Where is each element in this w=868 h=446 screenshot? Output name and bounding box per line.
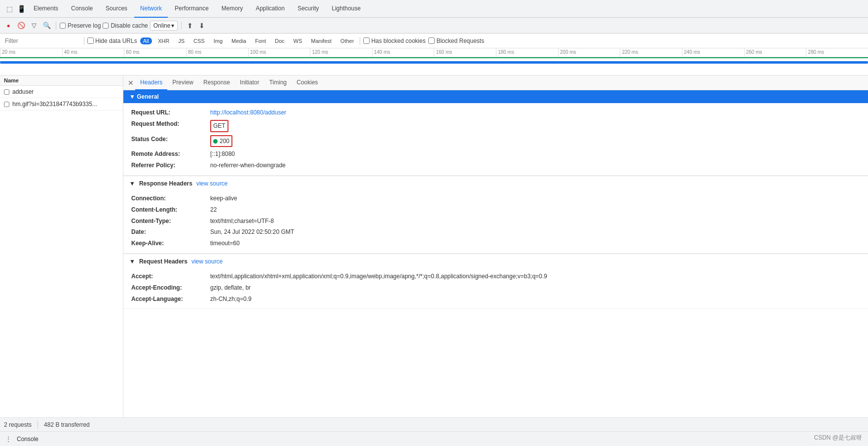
referrer-policy-value: no-referrer-when-downgrade: [210, 161, 286, 170]
tick-260: 260 ms: [744, 48, 806, 57]
resp-connection-row: Connection: keep-alive: [131, 193, 860, 204]
tab-network[interactable]: Network: [134, 0, 168, 18]
response-headers-view-source[interactable]: view source: [196, 180, 227, 187]
request-method-label: Request Method:: [131, 120, 210, 128]
panel-tab-response[interactable]: Response: [198, 75, 235, 90]
throttle-dropdown[interactable]: Online ▾: [150, 21, 178, 31]
filter-tag-js[interactable]: JS: [175, 37, 188, 44]
filter-tag-ws[interactable]: WS: [291, 37, 305, 44]
has-blocked-cookies-checkbox[interactable]: Has blocked cookies: [363, 37, 425, 44]
tab-console[interactable]: Console: [65, 0, 99, 18]
status-code-label: Status Code:: [131, 135, 210, 144]
filter-input[interactable]: [3, 37, 81, 45]
search-icon[interactable]: 🔍: [41, 20, 52, 31]
filter-tag-all[interactable]: All: [140, 37, 152, 44]
request-checkbox-adduser[interactable]: [4, 89, 9, 95]
panel-tab-initiator[interactable]: Initiator: [235, 75, 264, 90]
upload-icon[interactable]: ⬆: [185, 21, 195, 31]
blocked-requests-checkbox[interactable]: Blocked Requests: [428, 37, 484, 44]
disable-cache-input[interactable]: [103, 23, 109, 29]
tick-280: 280 ms: [806, 48, 868, 57]
tick-120: 120 ms: [310, 48, 372, 57]
clear-button[interactable]: 🚫: [16, 20, 27, 31]
resp-content-length-label: Content-Length:: [131, 206, 210, 214]
tab-elements[interactable]: Elements: [28, 0, 64, 18]
hide-data-urls-input[interactable]: [87, 37, 94, 44]
filter-tag-media[interactable]: Media: [228, 37, 249, 44]
has-blocked-cookies-label: Has blocked cookies: [371, 37, 425, 44]
resp-date-label: Date:: [131, 228, 210, 236]
disable-cache-checkbox[interactable]: Disable cache: [103, 22, 148, 29]
timeline-green-line: [0, 57, 868, 58]
timeline: 20 ms 40 ms 60 ms 80 ms 100 ms 120 ms 14…: [0, 48, 868, 75]
filter-tag-font[interactable]: Font: [252, 37, 269, 44]
resp-date-value: Sun, 24 Jul 2022 02:50:20 GMT: [210, 228, 294, 236]
hide-data-urls-checkbox[interactable]: Hide data URLs: [87, 37, 137, 44]
general-section-title: ▼ General: [129, 93, 159, 100]
tick-20: 20 ms: [0, 48, 62, 57]
req-accept-language-value: zh-CN,zh;q=0.9: [210, 295, 252, 303]
throttle-label: Online: [153, 22, 171, 29]
tick-140: 140 ms: [372, 48, 434, 57]
preserve-log-checkbox[interactable]: Preserve log: [60, 22, 101, 29]
record-button[interactable]: ●: [3, 20, 14, 31]
resp-date-row: Date: Sun, 24 Jul 2022 02:50:20 GMT: [131, 226, 860, 238]
tick-40: 40 ms: [62, 48, 124, 57]
request-url-link[interactable]: http://localhost:8080/adduser: [210, 109, 286, 116]
req-accept-row: Accept: text/html,application/xhtml+xml,…: [131, 271, 860, 282]
tab-security[interactable]: Security: [292, 0, 325, 18]
tick-160: 160 ms: [434, 48, 496, 57]
device-icon[interactable]: 📱: [16, 3, 27, 14]
general-section-header[interactable]: ▼ General: [123, 90, 868, 103]
filter-tag-doc[interactable]: Doc: [272, 37, 288, 44]
status-code-highlight: 200: [210, 135, 232, 148]
filter-tag-other[interactable]: Other: [338, 37, 357, 44]
req-accept-language-row: Accept-Language: zh-CN,zh;q=0.9: [131, 294, 860, 305]
watermark: CSDN @是七叔呀: [814, 434, 862, 442]
console-menu-icon[interactable]: ⋮: [4, 435, 13, 444]
request-headers-body: Accept: text/html,application/xhtml+xml,…: [123, 267, 868, 309]
request-checkbox-hm[interactable]: [4, 102, 9, 107]
status-separator: [38, 421, 38, 429]
panel-tab-timing[interactable]: Timing: [264, 75, 292, 90]
separator2: [181, 22, 182, 30]
status-code-value: 200: [220, 138, 229, 145]
tab-lighthouse[interactable]: Lighthouse: [326, 0, 367, 18]
left-panel: Name adduser hm.gif?si=3b231847743b9335.…: [0, 75, 123, 417]
download-icon[interactable]: ⬇: [197, 21, 207, 31]
close-panel-button[interactable]: ✕: [126, 78, 135, 87]
req-accept-encoding-row: Accept-Encoding: gzip, deflate, br: [131, 282, 860, 294]
right-panel: ✕ Headers Preview Response Initiator Tim…: [123, 75, 868, 417]
blocked-requests-input[interactable]: [428, 37, 435, 44]
inspect-icon[interactable]: ⬚: [4, 3, 15, 14]
tab-application[interactable]: Application: [250, 0, 291, 18]
filter-icon[interactable]: ▽: [29, 20, 39, 31]
request-headers-view-source[interactable]: view source: [191, 258, 223, 265]
panel-tab-headers[interactable]: Headers: [135, 75, 167, 90]
preserve-log-input[interactable]: [60, 23, 66, 29]
filter-tag-manifest[interactable]: Manifest: [308, 37, 335, 44]
tick-80: 80 ms: [186, 48, 248, 57]
tab-sources[interactable]: Sources: [100, 0, 133, 18]
has-blocked-cookies-input[interactable]: [363, 37, 370, 44]
req-accept-label: Accept:: [131, 272, 210, 281]
panel-tab-cookies[interactable]: Cookies: [292, 75, 323, 90]
request-item-hm[interactable]: hm.gif?si=3b231847743b9335...: [0, 98, 123, 111]
tick-220: 220 ms: [620, 48, 682, 57]
filter-tag-img[interactable]: Img: [211, 37, 226, 44]
request-headers-section-header: ▼ Request Headers view source: [123, 254, 868, 267]
referrer-policy-label: Referrer Policy:: [131, 161, 210, 170]
resp-keep-alive-row: Keep-Alive: timeout=60: [131, 238, 860, 249]
tab-memory[interactable]: Memory: [216, 0, 249, 18]
hide-data-urls-label: Hide data URLs: [95, 37, 137, 44]
resp-keep-alive-value: timeout=60: [210, 239, 240, 248]
request-item-adduser[interactable]: adduser: [0, 86, 123, 98]
timeline-ruler: 20 ms 40 ms 60 ms 80 ms 100 ms 120 ms 14…: [0, 48, 868, 57]
filter-tag-xhr[interactable]: XHR: [155, 37, 172, 44]
timeline-blue-bar: [0, 61, 868, 64]
resp-content-type-value: text/html;charset=UTF-8: [210, 217, 274, 225]
tab-performance[interactable]: Performance: [169, 0, 215, 18]
filter-tag-css[interactable]: CSS: [190, 37, 208, 44]
panel-tab-preview[interactable]: Preview: [167, 75, 198, 90]
req-accept-encoding-value: gzip, deflate, br: [210, 284, 251, 292]
